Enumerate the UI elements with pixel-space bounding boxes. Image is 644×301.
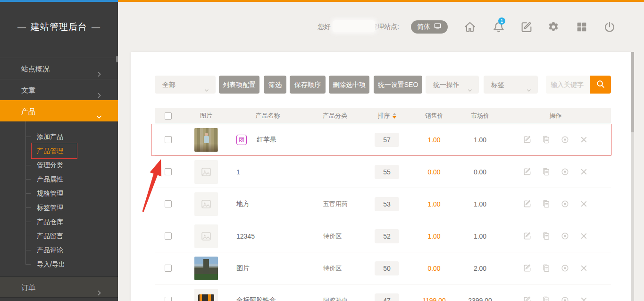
- market-price: 1.00: [460, 232, 500, 240]
- save-order-button[interactable]: 保存顺序: [290, 76, 326, 94]
- search-input[interactable]: [546, 76, 590, 94]
- sort-value[interactable]: 47: [375, 293, 399, 301]
- copy-icon[interactable]: [542, 264, 551, 273]
- product-image[interactable]: [194, 192, 218, 216]
- delete-x-icon[interactable]: [579, 296, 588, 301]
- row-checkbox[interactable]: [165, 265, 172, 272]
- delete-x-icon[interactable]: [579, 135, 588, 144]
- sidebar-item-articles[interactable]: 文章: [0, 79, 118, 100]
- sidebar: —建站管理后台— 站点概况 文章 产品 添加产品 产品管理 管理分类 产品属性 …: [0, 2, 118, 301]
- tag-dropdown-value: 标签: [491, 81, 504, 88]
- copy-icon[interactable]: [542, 232, 551, 241]
- sidebar-item-product-reviews[interactable]: 产品评论: [0, 243, 118, 257]
- market-price: 1.00: [460, 136, 500, 144]
- view-eye-icon[interactable]: [560, 199, 569, 208]
- sidebar-scrollbar[interactable]: [116, 56, 118, 62]
- product-image[interactable]: [194, 257, 218, 280]
- copy-icon[interactable]: [542, 167, 551, 176]
- column-header-image: 图片: [181, 112, 231, 120]
- sidebar-item-product-messages[interactable]: 产品留言: [0, 229, 118, 243]
- sidebar-item-orders[interactable]: 订单: [0, 276, 118, 298]
- row-checkbox[interactable]: [165, 168, 172, 175]
- product-image[interactable]: [194, 224, 218, 248]
- copy-icon[interactable]: [542, 199, 551, 208]
- product-image[interactable]: [194, 289, 218, 301]
- delete-x-icon[interactable]: [579, 232, 588, 241]
- product-name: 红苹果: [257, 136, 276, 144]
- select-all-checkbox[interactable]: [165, 112, 172, 120]
- row-checkbox[interactable]: [165, 136, 172, 143]
- filter-button[interactable]: 筛选: [264, 76, 286, 94]
- edit-icon[interactable]: [523, 199, 532, 208]
- image-placeholder-icon: [201, 198, 212, 210]
- submenu-label: 导入/导出: [37, 260, 65, 268]
- sale-price: 0.00: [408, 168, 460, 176]
- sale-price: 1.00: [408, 200, 460, 208]
- sidebar-item-site-overview[interactable]: 站点概况: [0, 58, 118, 79]
- sidebar-item-spec-management[interactable]: 规格管理: [0, 186, 118, 200]
- row-checkbox[interactable]: [165, 297, 172, 301]
- sort-header-label: 排序: [378, 112, 390, 120]
- sidebar-item-add-product[interactable]: 添加产品: [0, 129, 118, 144]
- sort-value[interactable]: 57: [375, 133, 399, 147]
- edit-icon[interactable]: [523, 167, 532, 176]
- sidebar-item-label: 产品: [21, 107, 35, 115]
- product-image[interactable]: [194, 128, 218, 152]
- tag-dropdown[interactable]: 标签: [484, 76, 538, 94]
- sidebar-item-product-attributes[interactable]: 产品属性: [0, 172, 118, 186]
- app-root: —建站管理后台— 站点概况 文章 产品 添加产品 产品管理 管理分类 产品属性 …: [0, 0, 644, 301]
- batch-seo-button[interactable]: 统一设置SEO: [374, 76, 422, 94]
- view-eye-icon[interactable]: [560, 232, 569, 241]
- product-image[interactable]: [194, 160, 218, 184]
- sidebar-item-tag-management[interactable]: 标签管理: [0, 200, 118, 215]
- sort-arrows-icon[interactable]: [393, 113, 396, 119]
- notifications-bell-icon[interactable]: 1: [492, 20, 505, 34]
- view-eye-icon[interactable]: [560, 167, 569, 176]
- sort-value[interactable]: 53: [375, 197, 399, 211]
- view-eye-icon[interactable]: [560, 135, 569, 144]
- delete-x-icon[interactable]: [579, 199, 588, 208]
- list-config-button[interactable]: 列表项配置: [219, 76, 259, 94]
- search-icon: [595, 79, 606, 91]
- sort-value[interactable]: 55: [375, 165, 399, 179]
- view-eye-icon[interactable]: [560, 264, 569, 273]
- column-header-sort[interactable]: 排序: [366, 112, 408, 120]
- batch-operation-dropdown[interactable]: 统一操作: [426, 76, 479, 94]
- sidebar-item-product-warehouse[interactable]: 产品仓库: [0, 215, 118, 229]
- sort-value[interactable]: 50: [375, 261, 399, 275]
- monitor-icon: [434, 22, 442, 32]
- delete-selected-button[interactable]: 删除选中项: [329, 76, 369, 94]
- category-filter-dropdown[interactable]: 全部: [155, 76, 216, 94]
- edit-icon[interactable]: [523, 135, 532, 144]
- sidebar-item-product-management[interactable]: 产品管理: [0, 144, 118, 158]
- edit-icon[interactable]: [523, 232, 532, 241]
- home-icon[interactable]: [463, 20, 477, 34]
- product-category: 五官用药: [304, 200, 366, 208]
- sidebar-item-import-export[interactable]: 导入/导出: [0, 257, 118, 271]
- gear-icon[interactable]: [547, 20, 560, 34]
- batch-operation-value: 统一操作: [433, 81, 460, 88]
- content-scrollbar[interactable]: [631, 52, 634, 301]
- sidebar-item-manage-categories[interactable]: 管理分类: [0, 158, 118, 172]
- column-header-sale-price: 销售价: [408, 112, 460, 120]
- app-title: —建站管理后台—: [0, 21, 118, 33]
- sidebar-item-products[interactable]: 产品: [0, 100, 118, 121]
- row-checkbox[interactable]: [165, 232, 172, 240]
- edit-icon[interactable]: [523, 296, 532, 301]
- view-eye-icon[interactable]: [560, 296, 569, 301]
- row-checkbox[interactable]: [165, 200, 172, 207]
- apps-grid-icon[interactable]: [575, 20, 588, 34]
- edit-icon[interactable]: [523, 264, 532, 273]
- delete-x-icon[interactable]: [579, 264, 588, 273]
- sale-price: 1.00: [408, 232, 460, 240]
- edit-icon[interactable]: [520, 20, 533, 34]
- copy-icon[interactable]: [542, 135, 551, 144]
- language-switch-button[interactable]: 简体: [411, 20, 448, 34]
- main-top-accent: [118, 0, 644, 2]
- copy-icon[interactable]: [542, 296, 551, 301]
- submenu-label: 产品留言: [37, 232, 63, 240]
- power-logout-icon[interactable]: [603, 20, 616, 34]
- sort-value[interactable]: 52: [375, 229, 399, 243]
- delete-x-icon[interactable]: [579, 167, 588, 176]
- search-button[interactable]: [590, 76, 611, 94]
